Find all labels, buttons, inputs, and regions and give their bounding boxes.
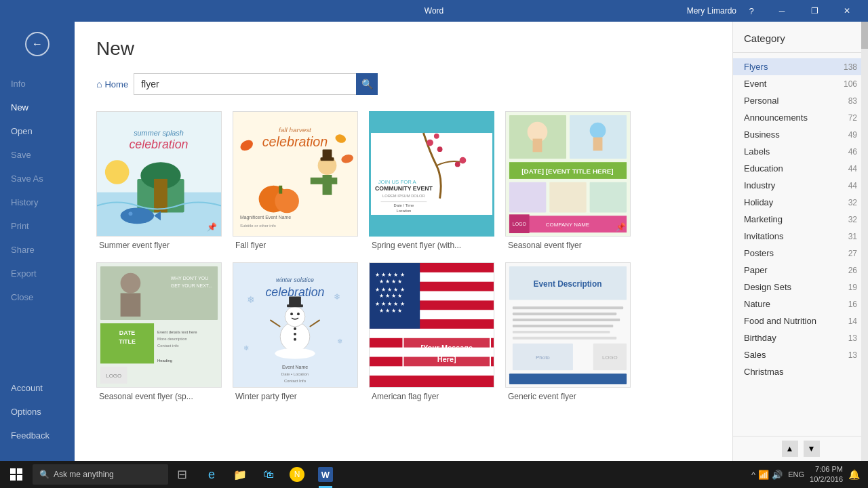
svg-point-30 [437,146,443,152]
sidebar-item-share[interactable]: Share [0,238,75,262]
template-card[interactable]: ★ ★ ★ ★ ★ ★ ★ ★ ★ ★ ★ ★ ★ ★ ★ ★ ★ ★ ★ ★ … [369,262,494,403]
taskbar-search[interactable]: 🔍 [33,464,168,485]
svg-text:Magnificent Event Name: Magnificent Event Name [240,215,291,220]
scroll-down-button[interactable]: ▼ [804,441,820,457]
start-button[interactable] [3,461,30,488]
app-title: Word [425,6,443,16]
svg-point-83 [275,348,315,359]
svg-text:Contact Info: Contact Info [284,379,307,383]
template-card[interactable]: JOIN US FOR A COMMUNITY EVENT LOREM IPSU… [369,111,494,251]
category-item-holiday[interactable]: Holiday 32 [733,194,868,211]
template-card[interactable]: fall harvest celebration [233,111,358,251]
svg-text:Subtitle or other info: Subtitle or other info [240,224,277,228]
taskbar-lang[interactable]: ENG [788,470,804,479]
back-button[interactable]: ← [20,27,54,61]
category-count: 13 [848,350,857,360]
search-button[interactable]: 🔍 [356,73,378,95]
tray-speaker-icon[interactable]: 🔊 [772,470,783,480]
category-item-christmas[interactable]: Christmas [733,363,868,380]
category-item-food[interactable]: Food and Nutrition 14 [733,312,868,329]
taskbar-search-input[interactable] [54,470,149,479]
category-item-education[interactable]: Education 44 [733,160,868,177]
sidebar-item-feedback[interactable]: Feedback [0,424,75,447]
template-label: Spring event flyer (with... [369,237,494,251]
svg-rect-125 [10,475,16,481]
taskbar-store-app[interactable]: 🛍 [255,461,282,488]
category-count: 32 [848,198,857,207]
category-item-business[interactable]: Business 49 [733,126,868,143]
svg-text:WHY DON'T YOU: WHY DON'T YOU [171,276,208,281]
category-item-marketing[interactable]: Marketing 32 [733,211,868,228]
scroll-up-button[interactable]: ▲ [782,441,798,457]
category-item-nature[interactable]: Nature 16 [733,296,868,312]
svg-text:LOGO: LOGO [602,354,618,361]
taskbar-clock[interactable]: 7:06 PM 10/2/2016 [810,464,843,485]
task-view-button[interactable]: ⊟ [171,464,193,485]
sidebar-item-print[interactable]: Print [0,214,75,238]
svg-point-31 [434,134,439,139]
svg-text:TITLE: TITLE [119,338,136,345]
svg-rect-20 [323,149,332,159]
template-card[interactable]: WHY DON'T YOU GET YOUR NEXT... DATE TITL… [96,262,222,403]
home-link[interactable]: ⌂ Home [96,79,128,89]
close-button[interactable]: ✕ [831,0,863,22]
tray-arrow-icon[interactable]: ^ [751,470,755,480]
sidebar-item-info[interactable]: Info [0,72,75,96]
svg-text:★ ★ ★ ★: ★ ★ ★ ★ [379,293,403,299]
home-label: Home [104,79,128,89]
category-item-paper[interactable]: Paper 26 [733,262,868,279]
scrollbar-track[interactable] [861,22,868,461]
template-card[interactable]: Event Description Photo [505,262,631,403]
sidebar-item-new[interactable]: New [0,96,75,119]
category-item-personal[interactable]: Personal 83 [733,92,868,109]
template-card[interactable]: summer splash celebration [96,111,222,251]
svg-rect-114 [513,319,620,321]
category-item-announcements[interactable]: Announcements 72 [733,109,868,126]
search-input[interactable] [134,73,378,95]
svg-rect-113 [513,312,616,315]
category-item-invitations[interactable]: Invitations 31 [733,228,868,245]
sidebar-item-open[interactable]: Open [0,119,75,143]
category-label: Sales [744,350,766,360]
sidebar-item-save-as[interactable]: Save As [0,167,75,190]
page-title: New [96,38,711,60]
restore-button[interactable]: ❐ [799,0,830,22]
template-thumbnail: Event Description Photo [505,262,631,388]
taskbar-word-app[interactable]: W [312,461,339,488]
category-item-posters[interactable]: Posters 27 [733,245,868,262]
category-count: 31 [848,232,857,241]
template-card[interactable]: [DATE] [EVENT TITLE HERE] COMPANY NAME L… [505,111,631,251]
minimize-button[interactable]: ─ [766,0,797,22]
notification-icon[interactable]: 🔔 [848,469,860,480]
category-item-industry[interactable]: Industry 44 [733,177,868,194]
category-item-flyers[interactable]: Flyers 138 [733,58,868,75]
svg-text:❄: ❄ [337,338,342,345]
sidebar-item-account[interactable]: Account [0,376,75,400]
scrollbar-thumb[interactable] [861,22,868,49]
category-item-labels[interactable]: Labels 46 [733,143,868,160]
taskbar-edge-app[interactable]: e [198,461,225,488]
svg-rect-51 [590,182,627,213]
category-item-design-sets[interactable]: Design Sets 19 [733,279,868,296]
template-thumbnail: fall harvest celebration [233,111,358,237]
sidebar-item-export[interactable]: Export [0,262,75,285]
help-icon[interactable]: ? [745,6,758,16]
template-card[interactable]: winter solstice celebration [233,262,358,403]
tray-wifi-icon[interactable]: 📶 [758,470,769,480]
template-label: Generic event flyer [505,388,631,403]
svg-text:celebration: celebration [129,138,188,151]
category-item-sales[interactable]: Sales 13 [733,346,868,363]
sidebar-item-close[interactable]: Close [0,285,75,309]
svg-rect-126 [17,475,22,481]
sidebar-item-history[interactable]: History [0,190,75,214]
taskbar-norton-app[interactable]: N [283,461,311,488]
svg-rect-77 [289,296,301,306]
category-label: Marketing [744,214,783,224]
taskbar-explorer-app[interactable]: 📁 [226,461,254,488]
sidebar-item-options[interactable]: Options [0,400,75,424]
clock-date: 10/2/2016 [810,474,843,485]
category-item-event[interactable]: Event 106 [733,75,868,92]
category-item-birthday[interactable]: Birthday 13 [733,329,868,346]
taskbar: 🔍 ⊟ e 📁 🛍 N W ^ 📶 🔊 ENG 7:06 PM 10/2/201… [0,461,868,488]
sidebar-item-save[interactable]: Save [0,143,75,167]
